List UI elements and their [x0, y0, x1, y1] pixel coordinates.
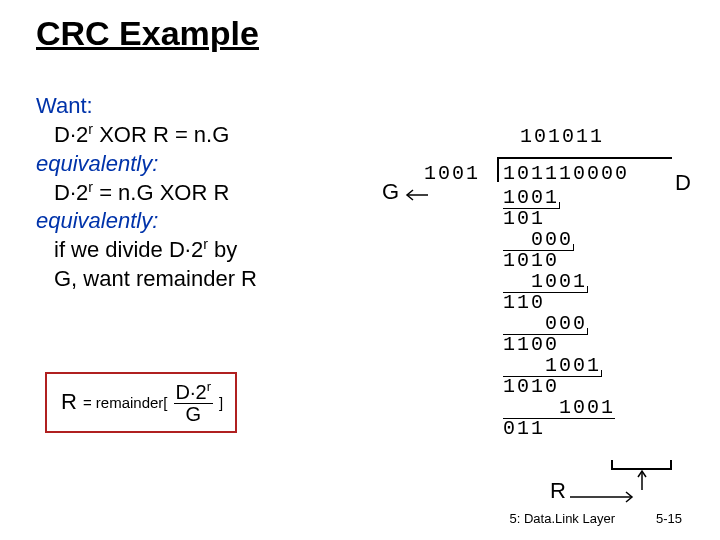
- division-dividend: 101110000: [503, 162, 629, 185]
- arrow-left-icon: [403, 188, 429, 202]
- footer-page: 5-15: [656, 511, 682, 526]
- division-quotient: 101011: [520, 125, 604, 148]
- slide: CRC Example Want: D·2r XOR R = n.G D·2r …: [0, 0, 720, 540]
- want-label: Want:: [36, 92, 356, 120]
- formula-fraction: D·2r G: [174, 380, 213, 425]
- d-label: D: [675, 170, 691, 196]
- derivation-text: Want: D·2r XOR R = n.G D·2r XOR R = n.G …: [36, 92, 356, 293]
- equivalently-label-1: equivalently:: [36, 150, 356, 178]
- slide-title: CRC Example: [36, 14, 259, 53]
- stmt-divide-1: if we divide D·2r by: [36, 235, 356, 264]
- formula-eq-remainder: = remainder[: [83, 394, 168, 411]
- formula-R: R: [61, 389, 77, 415]
- arrow-right-icon: [570, 490, 640, 504]
- eqn-2: D·2r = n.G XOR R: [36, 178, 356, 207]
- division-bar-top: [497, 157, 672, 159]
- stmt-divide-2: G, want remainder R: [36, 265, 356, 293]
- r-label: R: [550, 478, 566, 504]
- division-bar-left: [497, 157, 499, 182]
- formula-close: ]: [219, 394, 223, 411]
- remainder-formula: R = remainder[ D·2r G ]: [45, 372, 237, 433]
- arrow-up-icon: [636, 468, 648, 492]
- equivalently-label-2: equivalently:: [36, 207, 356, 235]
- eqn-1: D·2r XOR R = n.G: [36, 120, 356, 149]
- footer-chapter: 5: Data.Link Layer: [509, 511, 615, 526]
- division-work: 1001 101 000 1010 1001 110 000 1100 1001…: [503, 187, 615, 439]
- g-label: G: [382, 179, 399, 205]
- division-divisor: 1001: [424, 162, 480, 185]
